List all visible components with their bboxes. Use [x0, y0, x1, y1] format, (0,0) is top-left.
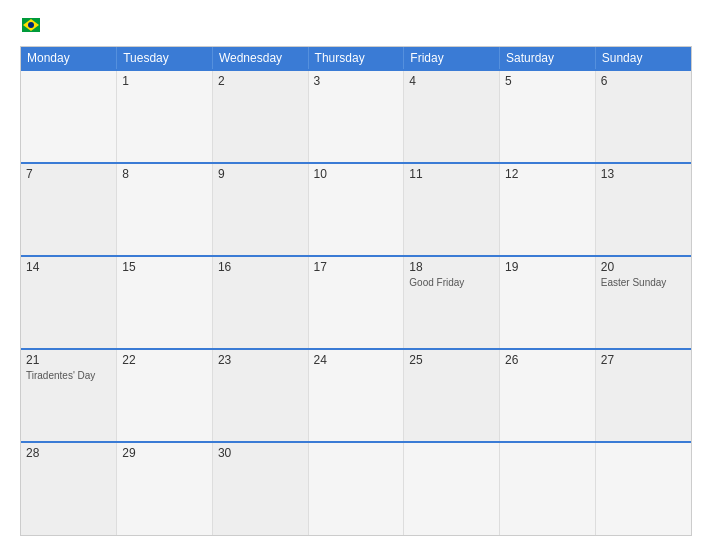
week-row-5: 282930 — [21, 442, 691, 535]
day-number: 14 — [26, 260, 111, 274]
day-cell — [404, 442, 500, 535]
day-number: 27 — [601, 353, 686, 367]
day-number: 25 — [409, 353, 494, 367]
day-number: 15 — [122, 260, 207, 274]
day-number: 6 — [601, 74, 686, 88]
week-row-3: 1415161718Good Friday1920Easter Sunday — [21, 256, 691, 349]
day-number: 30 — [218, 446, 303, 460]
logo — [20, 18, 40, 36]
day-number: 22 — [122, 353, 207, 367]
day-cell: 30 — [212, 442, 308, 535]
calendar-grid: MondayTuesdayWednesdayThursdayFridaySatu… — [20, 46, 692, 536]
day-cell: 8 — [117, 163, 213, 256]
day-number: 13 — [601, 167, 686, 181]
day-cell — [308, 442, 404, 535]
day-header-monday: Monday — [21, 47, 117, 70]
day-cell: 25 — [404, 349, 500, 442]
logo-flag-icon — [22, 18, 40, 32]
svg-point-2 — [28, 22, 34, 28]
week-row-4: 21Tiradentes' Day222324252627 — [21, 349, 691, 442]
calendar-page: MondayTuesdayWednesdayThursdayFridaySatu… — [0, 0, 712, 550]
day-cell — [595, 442, 691, 535]
day-cell: 20Easter Sunday — [595, 256, 691, 349]
day-number: 7 — [26, 167, 111, 181]
day-cell: 22 — [117, 349, 213, 442]
day-cell: 7 — [21, 163, 117, 256]
day-cell: 26 — [500, 349, 596, 442]
holiday-name: Good Friday — [409, 276, 494, 289]
day-number: 18 — [409, 260, 494, 274]
day-header-friday: Friday — [404, 47, 500, 70]
day-cell: 17 — [308, 256, 404, 349]
day-cell — [21, 70, 117, 163]
day-cell: 2 — [212, 70, 308, 163]
day-number: 21 — [26, 353, 111, 367]
week-row-1: 123456 — [21, 70, 691, 163]
day-cell — [500, 442, 596, 535]
day-number: 2 — [218, 74, 303, 88]
days-header-row: MondayTuesdayWednesdayThursdayFridaySatu… — [21, 47, 691, 70]
day-cell: 27 — [595, 349, 691, 442]
day-cell: 10 — [308, 163, 404, 256]
day-cell: 18Good Friday — [404, 256, 500, 349]
day-cell: 14 — [21, 256, 117, 349]
day-header-saturday: Saturday — [500, 47, 596, 70]
day-number: 8 — [122, 167, 207, 181]
day-cell: 13 — [595, 163, 691, 256]
day-number: 28 — [26, 446, 111, 460]
holiday-name: Tiradentes' Day — [26, 369, 111, 382]
day-number: 19 — [505, 260, 590, 274]
day-number: 17 — [314, 260, 399, 274]
day-number: 26 — [505, 353, 590, 367]
day-cell: 29 — [117, 442, 213, 535]
day-cell: 6 — [595, 70, 691, 163]
day-header-wednesday: Wednesday — [212, 47, 308, 70]
header — [20, 18, 692, 36]
day-number: 12 — [505, 167, 590, 181]
day-cell: 1 — [117, 70, 213, 163]
day-number: 3 — [314, 74, 399, 88]
day-cell: 15 — [117, 256, 213, 349]
day-number: 4 — [409, 74, 494, 88]
day-number: 16 — [218, 260, 303, 274]
day-cell: 11 — [404, 163, 500, 256]
day-number: 29 — [122, 446, 207, 460]
day-cell: 19 — [500, 256, 596, 349]
day-cell: 5 — [500, 70, 596, 163]
day-cell: 23 — [212, 349, 308, 442]
day-cell: 4 — [404, 70, 500, 163]
day-cell: 9 — [212, 163, 308, 256]
day-header-thursday: Thursday — [308, 47, 404, 70]
day-number: 11 — [409, 167, 494, 181]
day-cell: 3 — [308, 70, 404, 163]
day-header-sunday: Sunday — [595, 47, 691, 70]
day-number: 23 — [218, 353, 303, 367]
day-number: 10 — [314, 167, 399, 181]
day-number: 20 — [601, 260, 686, 274]
day-cell: 21Tiradentes' Day — [21, 349, 117, 442]
day-cell: 28 — [21, 442, 117, 535]
day-number: 24 — [314, 353, 399, 367]
day-cell: 12 — [500, 163, 596, 256]
day-number: 1 — [122, 74, 207, 88]
week-row-2: 78910111213 — [21, 163, 691, 256]
day-cell: 16 — [212, 256, 308, 349]
holiday-name: Easter Sunday — [601, 276, 686, 289]
day-number: 5 — [505, 74, 590, 88]
day-cell: 24 — [308, 349, 404, 442]
day-header-tuesday: Tuesday — [117, 47, 213, 70]
day-number: 9 — [218, 167, 303, 181]
